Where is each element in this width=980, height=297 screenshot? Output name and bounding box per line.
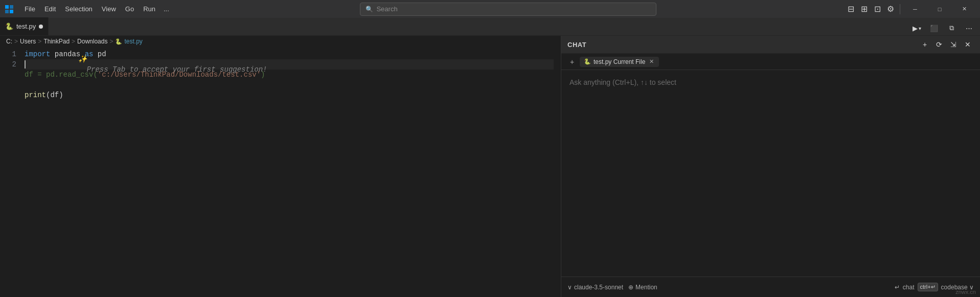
breadcrumb-sep-4: > [109,38,113,45]
code-content[interactable]: import pandas as pd ✨ Press Tab to accep… [20,49,554,297]
menu-edit[interactable]: Edit [40,3,60,15]
titlebar: File Edit Selection View Go Run ... 🔍 Se… [0,0,980,18]
menu-run[interactable]: Run [139,3,159,15]
chat-footer: ∨ claude-3.5-sonnet ⊕ Mention ↵ chat ctr… [561,277,980,297]
chat-history-button[interactable]: ⟳ [933,38,945,51]
footer-chat-label: chat [903,284,915,291]
tab-filename: test.py [16,22,36,30]
code-line-2: ✨ Press Tab to accept your first suggest… [25,59,554,70]
line-numbers: 1 2 [0,49,20,297]
search-box[interactable]: 🔍 Search [360,3,656,16]
breadcrumb: C: > Users > ThinkPad > Downloads > 🐍 te… [0,36,561,47]
breadcrumb-downloads[interactable]: Downloads [77,38,107,45]
main-content: C: > Users > ThinkPad > Downloads > 🐍 te… [0,36,980,297]
more-actions-button[interactable]: ⋯ [962,21,976,35]
search-icon: 🔍 [366,6,373,13]
chat-new-button[interactable]: + [919,38,931,51]
breadcrumb-file-icon: 🐍 [115,38,122,45]
func-print: print [25,90,46,100]
code-line-print: print (df) [25,90,554,100]
chat-tab-label: test.py Current File [594,58,645,65]
mention-button[interactable]: ⊕ Mention [628,284,657,291]
chat-tab-add-button[interactable]: + [566,56,578,67]
code-print-args: (df) [46,90,63,100]
mention-label: Mention [635,284,657,291]
editor-container: C: > Users > ThinkPad > Downloads > 🐍 te… [0,36,561,297]
chat-title: CHAT [567,41,586,49]
layout-icon-1[interactable]: ⊟ [845,2,857,16]
tab-testpy[interactable]: 🐍 test.py [0,17,49,35]
menu-selection[interactable]: Selection [61,3,96,15]
chat-popout-button[interactable]: ⇲ [947,38,960,51]
ghost-code: df = pd.read_csv('c:/Users/ThinkPad/Down… [25,70,265,80]
settings-icon[interactable]: ⚙ [884,2,897,16]
chat-tab-close-button[interactable]: ✕ [648,58,655,65]
chat-body[interactable]: Ask anything (Ctrl+L), ↑↓ to select [561,70,980,277]
chat-tab-currentfile[interactable]: 🐍 test.py Current File ✕ [580,57,659,67]
watermark: znwx.cn [955,289,976,295]
breadcrumb-drive[interactable]: C: [6,38,12,45]
maximize-button[interactable]: □ [928,0,951,18]
line-num-2: 2 [4,59,16,70]
chat-tab-file-icon: 🐍 [584,58,591,65]
kbd-shortcut: ctrl+↵ [918,283,938,291]
breadcrumb-file[interactable]: 🐍 test.py [115,38,142,45]
breadcrumb-users[interactable]: Users [20,38,36,45]
tabbar: 🐍 test.py ▶ ▾ ⬛ ⧉ ⋯ [0,18,980,36]
chat-tabs: + 🐍 test.py Current File ✕ [561,54,980,70]
run-dropdown-icon: ▾ [919,26,921,31]
code-editor[interactable]: 1 2 import pandas as pd ✨ [0,47,561,297]
app-logo [4,4,14,14]
layout-icon-3[interactable]: ⊡ [871,2,883,16]
chat-close-button[interactable]: ✕ [962,38,974,51]
chat-header: CHAT + ⟳ ⇲ ✕ [561,36,980,54]
svg-rect-0 [5,5,9,9]
text-cursor [25,60,26,68]
debug-button[interactable]: ⬛ [927,21,941,35]
code-line-ghost: df = pd.read_csv('c:/Users/ThinkPad/Down… [25,70,554,80]
chat-ask-prompt: Ask anything (Ctrl+L), ↑↓ to select [569,78,972,86]
run-button[interactable]: ▶ ▾ [909,21,924,35]
close-button[interactable]: ✕ [952,0,976,18]
tab-modified-dot [39,25,43,29]
tab-file-icon: 🐍 [5,22,13,30]
breadcrumb-sep-2: > [38,38,41,45]
window-controls: ⊟ ⊞ ⊡ ⚙ ─ □ ✕ [845,0,976,18]
chevron-down-icon: ∨ [567,284,572,291]
menu-more[interactable]: ... [161,3,172,15]
line-num-3 [4,70,16,80]
menu-bar: File Edit Selection View Go Run ... [20,3,172,15]
line-num-1: 1 [4,49,16,59]
menu-file[interactable]: File [20,3,39,15]
chat-panel: CHAT + ⟳ ⇲ ✕ + 🐍 test.py Current File ✕ … [561,36,980,297]
model-selector[interactable]: ∨ claude-3.5-sonnet [567,284,623,291]
split-editor-button[interactable]: ⧉ [944,21,959,35]
breadcrumb-thinkpad[interactable]: ThinkPad [43,38,70,45]
breadcrumb-sep-3: > [72,38,75,45]
line-num-5 [4,90,16,100]
run-icon: ▶ [913,25,918,32]
scrollbar[interactable] [554,49,561,297]
svg-rect-2 [5,10,9,13]
breadcrumb-filename: test.py [124,38,142,45]
svg-rect-3 [10,10,13,13]
search-label: Search [376,5,397,13]
model-name: claude-3.5-sonnet [574,284,623,291]
menu-go[interactable]: Go [121,3,138,15]
breadcrumb-sep-1: > [14,38,18,45]
mention-icon: ⊕ [628,284,633,291]
chat-header-actions: + ⟳ ⇲ ✕ [919,38,974,51]
suggestion-star-icon: ✨ [78,55,87,63]
line-num-4 [4,80,16,90]
menu-view[interactable]: View [98,3,120,15]
layout-icon-2[interactable]: ⊞ [858,2,870,16]
enter-icon: ↵ [895,284,900,291]
minimize-button[interactable]: ─ [903,0,927,18]
titlebar-search-area: 🔍 Search [176,3,840,16]
editor-toolbar: ▶ ▾ ⬛ ⧉ ⋯ [909,21,980,35]
svg-rect-1 [10,5,13,9]
